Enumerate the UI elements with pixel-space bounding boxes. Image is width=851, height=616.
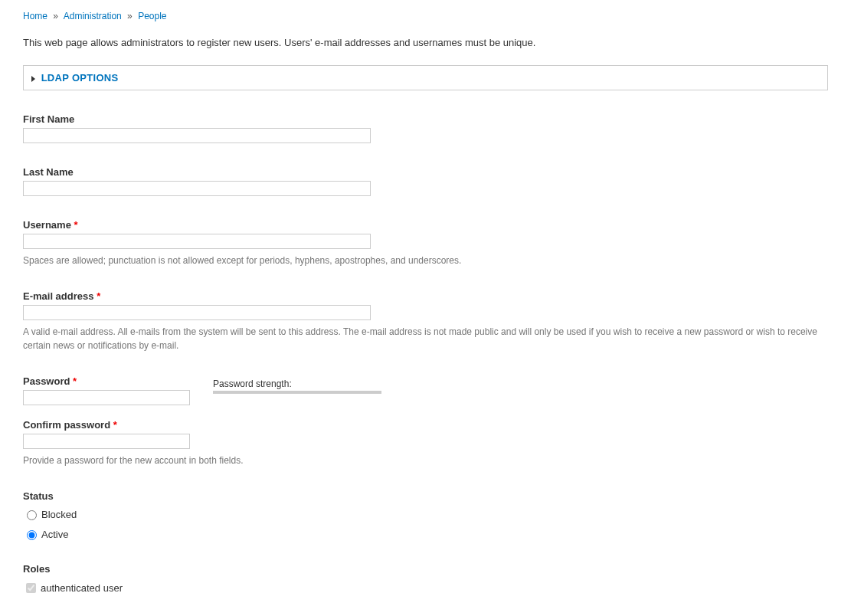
first-name-input[interactable]	[23, 128, 371, 143]
confirm-password-description: Provide a password for the new account i…	[23, 454, 828, 467]
email-label: E-mail address *	[23, 290, 828, 302]
password-strength-label: Password strength:	[213, 378, 381, 389]
breadcrumb-separator: »	[53, 11, 58, 21]
role-authenticated-user-label: authenticated user	[41, 582, 123, 594]
role-authenticated-user-checkbox	[26, 583, 36, 593]
last-name-label: Last Name	[23, 166, 828, 178]
required-marker: *	[113, 419, 117, 431]
required-marker: *	[97, 290, 100, 302]
status-blocked-label[interactable]: Blocked	[41, 509, 77, 520]
email-description: A valid e-mail address. All e-mails from…	[23, 325, 828, 352]
last-name-input[interactable]	[23, 181, 371, 196]
status-label: Status	[23, 490, 828, 502]
username-label: Username *	[23, 219, 828, 231]
breadcrumb-separator: »	[127, 11, 133, 21]
breadcrumb-administration[interactable]: Administration	[64, 11, 122, 21]
first-name-label: First Name	[23, 113, 828, 125]
status-active-label[interactable]: Active	[41, 529, 68, 540]
breadcrumb-home[interactable]: Home	[23, 11, 47, 21]
email-input[interactable]	[23, 305, 371, 320]
page-description: This web page allows administrators to r…	[23, 37, 828, 48]
roles-label: Roles	[23, 563, 828, 575]
status-active-radio[interactable]	[27, 530, 37, 540]
required-marker: *	[73, 375, 77, 387]
breadcrumb: Home » Administration » People	[23, 8, 828, 21]
confirm-password-input[interactable]	[23, 434, 190, 449]
password-input[interactable]	[23, 390, 190, 405]
status-blocked-radio[interactable]	[27, 510, 37, 520]
password-strength-bar	[213, 391, 381, 394]
ldap-options-panel[interactable]: LDAP OPTIONS	[23, 65, 828, 90]
password-label: Password *	[23, 375, 190, 387]
username-input[interactable]	[23, 234, 371, 249]
username-description: Spaces are allowed; punctuation is not a…	[23, 254, 828, 267]
confirm-password-label: Confirm password *	[23, 419, 828, 431]
required-marker: *	[74, 219, 78, 231]
ldap-options-link[interactable]: LDAP OPTIONS	[41, 72, 119, 84]
breadcrumb-people[interactable]: People	[138, 11, 166, 21]
chevron-right-icon	[31, 76, 35, 82]
